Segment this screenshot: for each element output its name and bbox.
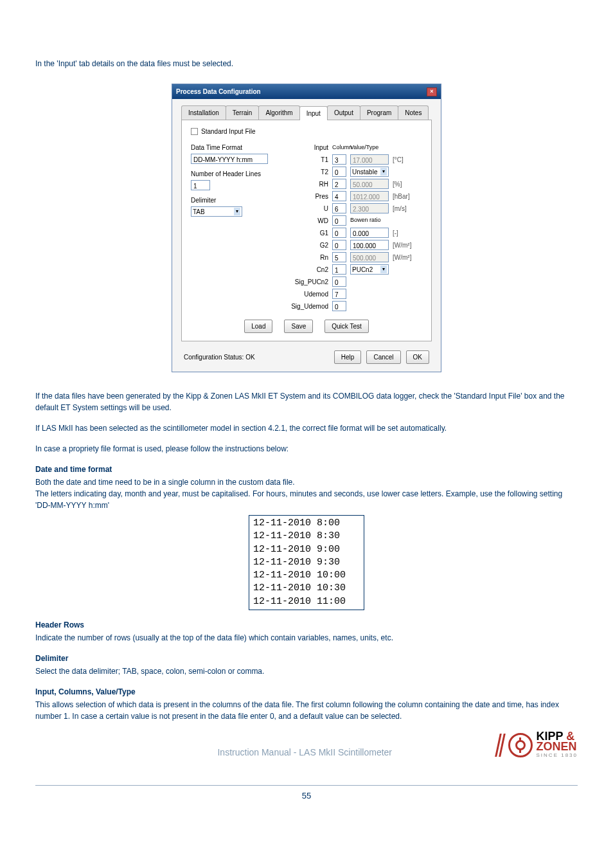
section-header-p: Indicate the number of rows (usually at … bbox=[35, 632, 578, 644]
row-t2-val[interactable]: Unstable▾ bbox=[350, 167, 389, 177]
page-footer: Instruction Manual - LAS MkII Scintillom… bbox=[35, 731, 578, 759]
ok-button[interactable]: OK bbox=[406, 350, 429, 364]
tab-installation[interactable]: Installation bbox=[181, 105, 226, 120]
row-g2-val[interactable]: 100.000 bbox=[350, 240, 389, 250]
row-g1-col[interactable]: 0 bbox=[332, 228, 346, 238]
section-date-p2: The letters indicating day, month and ye… bbox=[35, 488, 578, 511]
paragraph-1: If the data files have been generated by… bbox=[35, 390, 578, 413]
row-udemod-col[interactable]: 7 bbox=[332, 289, 346, 299]
date-sample-row: 12-11-2010 10:30 bbox=[253, 582, 346, 595]
dialog-screenshot: Process Data Configuration × Installatio… bbox=[35, 84, 578, 372]
cancel-button[interactable]: Cancel bbox=[366, 350, 400, 364]
date-format-input[interactable]: DD-MM-YYYY h:mm bbox=[191, 154, 268, 164]
tab-notes[interactable]: Notes bbox=[398, 105, 429, 120]
row-cn2-val[interactable]: PUCn2▾ bbox=[350, 264, 389, 275]
chevron-down-icon: ▾ bbox=[380, 168, 387, 176]
help-button[interactable]: Help bbox=[334, 350, 362, 364]
date-sample-row: 12-11-2010 10:00 bbox=[253, 569, 346, 582]
row-rh-col[interactable]: 2 bbox=[332, 179, 346, 189]
process-data-config-dialog: Process Data Configuration × Installatio… bbox=[172, 84, 441, 372]
row-pres-col[interactable]: 4 bbox=[332, 191, 346, 201]
row-sigpucn2-label: Sig_PUCn2 bbox=[290, 277, 328, 287]
tab-output[interactable]: Output bbox=[327, 105, 360, 120]
row-cn2-col[interactable]: 1 bbox=[332, 264, 346, 275]
row-t1-col[interactable]: 3 bbox=[332, 154, 346, 165]
date-sample-row: 12-11-2010 8:30 bbox=[253, 530, 346, 543]
tab-strip: Installation Terrain Algorithm Input Out… bbox=[181, 105, 432, 120]
col-header-input: Input bbox=[290, 143, 328, 152]
standard-input-label: Standard Input File bbox=[201, 127, 256, 136]
row-t2-col[interactable]: 0 bbox=[332, 167, 346, 177]
standard-input-checkbox[interactable] bbox=[191, 128, 198, 135]
footer-text: Instruction Manual - LAS MkII Scintillom… bbox=[112, 746, 497, 759]
quick-test-button[interactable]: Quick Test bbox=[324, 320, 369, 333]
row-wd-col[interactable]: 0 bbox=[332, 215, 346, 226]
brand-name-2: ZONEN bbox=[537, 740, 577, 753]
date-sample-row: 12-11-2010 9:00 bbox=[253, 543, 346, 556]
row-cn2-val-text: PUCn2 bbox=[352, 265, 373, 275]
row-cn2-label: Cn2 bbox=[290, 265, 328, 275]
row-sigudemod-col[interactable]: 0 bbox=[332, 301, 346, 311]
date-sample-row: 12-11-2010 9:30 bbox=[253, 556, 346, 569]
load-button[interactable]: Load bbox=[244, 320, 272, 333]
col-header-column: Column bbox=[332, 143, 346, 152]
row-u-unit: [m/s] bbox=[393, 204, 422, 213]
tab-algorithm[interactable]: Algorithm bbox=[258, 105, 299, 120]
tab-input[interactable]: Input bbox=[299, 106, 328, 120]
row-t1-val[interactable]: 17.000 bbox=[350, 154, 389, 165]
config-status: Configuration Status: OK bbox=[184, 352, 255, 362]
dialog-titlebar: Process Data Configuration × bbox=[172, 84, 441, 99]
row-rh-val[interactable]: 50.000 bbox=[350, 179, 389, 189]
row-t2-label: T2 bbox=[290, 167, 328, 177]
date-sample-row: 12-11-2010 8:00 bbox=[253, 517, 346, 530]
paragraph-3: In case a propriety file format is used,… bbox=[35, 443, 578, 455]
row-g1-label: G1 bbox=[290, 228, 328, 238]
header-lines-input[interactable]: 1 bbox=[191, 180, 210, 190]
header-lines-label: Number of Header Lines bbox=[191, 169, 276, 179]
row-pres-unit: [hBar] bbox=[393, 192, 422, 201]
save-button[interactable]: Save bbox=[284, 320, 313, 333]
section-header-heading: Header Rows bbox=[35, 619, 578, 631]
date-sample-table: 12-11-2010 8:00 12-11-2010 8:30 12-11-20… bbox=[249, 515, 364, 610]
row-u-col[interactable]: 6 bbox=[332, 203, 346, 213]
row-rn-col[interactable]: 5 bbox=[332, 252, 346, 262]
date-sample-row: 12-11-2010 11:00 bbox=[253, 595, 346, 608]
row-sigpucn2-col[interactable]: 0 bbox=[332, 276, 346, 287]
row-pres-val[interactable]: 1012.000 bbox=[350, 191, 389, 201]
dialog-title: Process Data Configuration bbox=[176, 87, 261, 96]
row-rn-unit: [W/m²] bbox=[393, 253, 422, 262]
paragraph-2: If LAS MkII has been selected as the sci… bbox=[35, 422, 578, 434]
row-g1-val[interactable]: 0.000 bbox=[350, 228, 389, 238]
date-format-label: Data Time Format bbox=[191, 143, 276, 152]
row-t1-unit: [°C] bbox=[393, 155, 422, 165]
row-u-val[interactable]: 2.300 bbox=[350, 203, 389, 213]
section-date-p1: Both the date and time need to be in a s… bbox=[35, 476, 578, 488]
delimiter-select[interactable]: TAB ▾ bbox=[191, 206, 242, 217]
row-g1-unit: [-] bbox=[393, 228, 422, 238]
section-ict-heading: Input, Columns, Value/Type bbox=[35, 686, 578, 698]
intro-paragraph: In the 'Input' tab details on the data f… bbox=[35, 58, 578, 69]
logo-icon bbox=[508, 733, 533, 757]
tab-terrain[interactable]: Terrain bbox=[226, 105, 260, 120]
row-rn-label: Rn bbox=[290, 253, 328, 262]
row-u-label: U bbox=[290, 204, 328, 213]
brand-since: SINCE 1830 bbox=[537, 752, 578, 759]
row-t2-val-text: Unstable bbox=[352, 167, 377, 177]
section-ict-p: This allows selection of which data is p… bbox=[35, 699, 578, 722]
brand-logo: KIPP & ZONEN SINCE 1830 bbox=[497, 731, 578, 759]
tab-program[interactable]: Program bbox=[360, 105, 398, 120]
close-icon[interactable]: × bbox=[427, 87, 437, 96]
tab-panel-input: Standard Input File Data Time Format DD-… bbox=[181, 120, 432, 341]
section-delimiter-heading: Delimiter bbox=[35, 653, 578, 664]
chevron-down-icon: ▾ bbox=[234, 208, 240, 215]
row-g2-label: G2 bbox=[290, 240, 328, 250]
row-rh-label: RH bbox=[290, 179, 328, 189]
row-g2-unit: [W/m²] bbox=[393, 240, 422, 250]
row-rh-unit: [%] bbox=[393, 179, 422, 189]
row-sigudemod-label: Sig_Udemod bbox=[290, 302, 328, 311]
row-wd-label: WD bbox=[290, 216, 328, 226]
row-g2-col[interactable]: 0 bbox=[332, 240, 346, 250]
row-t1-label: T1 bbox=[290, 155, 328, 165]
row-wd-val: Bowen ratio bbox=[350, 216, 381, 225]
row-rn-val[interactable]: 500.000 bbox=[350, 252, 389, 262]
